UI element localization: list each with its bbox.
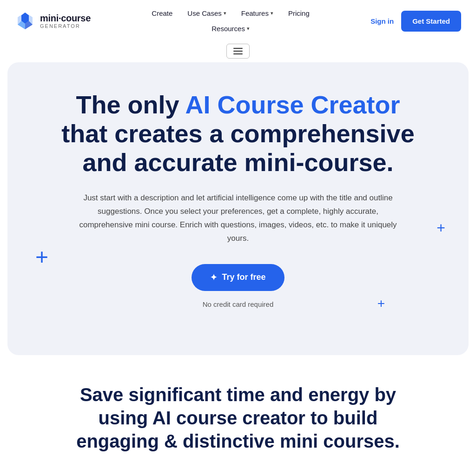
get-started-button[interactable]: Get Started xyxy=(401,11,461,32)
hero-content: The only AI Course Creator that creates … xyxy=(61,90,415,308)
nav-resources[interactable]: Resources▾ xyxy=(205,21,256,36)
nav-row1: Create Use Cases▾ Features▾ Pricing xyxy=(145,6,316,21)
hero-description: Just start with a description and let ar… xyxy=(75,192,401,245)
hero-title-plain2: that creates a comprehensive and accurat… xyxy=(61,119,414,176)
nav-pricing[interactable]: Pricing xyxy=(282,6,316,21)
logo-icon xyxy=(15,11,35,31)
hero-title-highlight: AI Course Creator xyxy=(185,91,400,119)
logo[interactable]: mini·course GENERATOR xyxy=(15,11,91,31)
try-free-icon: ✦ xyxy=(210,272,217,283)
sign-in-button[interactable]: Sign in xyxy=(370,17,394,25)
nav-row2: Resources▾ xyxy=(205,21,256,36)
hamburger-line-2 xyxy=(233,51,243,52)
features-chevron: ▾ xyxy=(271,10,273,16)
resources-chevron: ▾ xyxy=(247,26,250,32)
no-credit-card-text: No credit card required xyxy=(61,300,415,308)
nav-center: Create Use Cases▾ Features▾ Pricing Reso… xyxy=(145,6,316,36)
section-below: Save significant time and energy by usin… xyxy=(0,355,476,462)
plus-decor-topright: + xyxy=(436,220,445,235)
logo-main-text: mini·course xyxy=(40,13,91,23)
hamburger-line-1 xyxy=(233,48,243,49)
hero-section: + + + The only AI Course Creator that cr… xyxy=(7,62,469,355)
nav-features[interactable]: Features▾ xyxy=(235,6,280,21)
navbar: mini·course GENERATOR Create Use Cases▾ … xyxy=(0,0,476,42)
nav-right: Sign in Get Started xyxy=(370,11,461,32)
logo-sub-text: GENERATOR xyxy=(40,23,91,29)
hero-title-plain1: The only xyxy=(76,91,185,119)
hero-title: The only AI Course Creator that creates … xyxy=(61,90,415,177)
plus-decor-topleft: + xyxy=(35,246,48,268)
section-below-title: Save significant time and energy by usin… xyxy=(64,383,412,453)
try-free-label: Try for free xyxy=(222,272,265,282)
nav-create[interactable]: Create xyxy=(145,6,179,21)
hamburger-line-3 xyxy=(233,53,243,54)
hero-cta-wrapper: ✦ Try for free xyxy=(61,264,415,298)
nav-use-cases[interactable]: Use Cases▾ xyxy=(181,6,232,21)
hamburger-button[interactable] xyxy=(226,44,250,59)
use-cases-chevron: ▾ xyxy=(224,10,226,16)
hamburger-row xyxy=(0,42,476,62)
try-free-button[interactable]: ✦ Try for free xyxy=(192,264,284,291)
